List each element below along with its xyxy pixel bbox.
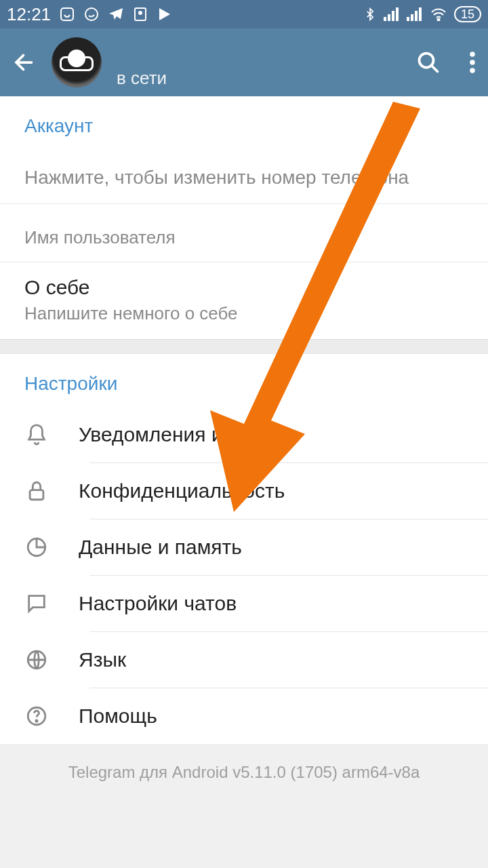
settings-section: Настройки Уведомления и звук Конфиденциа… — [0, 354, 488, 744]
more-icon[interactable] — [469, 50, 476, 75]
globe-icon — [24, 648, 49, 671]
help-icon — [24, 705, 49, 728]
phone-row[interactable]: Нажмите, чтобы изменить номер телефона — [0, 149, 488, 204]
phone-hint: Нажмите, чтобы изменить номер телефона — [24, 167, 464, 189]
android-status-bar: 12:21 15 — [0, 0, 488, 28]
avatar[interactable] — [52, 37, 102, 87]
svg-rect-17 — [30, 490, 43, 500]
settings-item-label: Помощь — [79, 705, 157, 728]
battery-indicator: 15 — [454, 6, 481, 22]
bell-icon — [24, 423, 49, 446]
settings-item-label: Настройки чатов — [79, 592, 237, 615]
chat-icon — [24, 592, 49, 615]
svg-rect-11 — [419, 7, 422, 21]
svg-rect-7 — [396, 7, 399, 21]
settings-item-language[interactable]: Язык — [0, 632, 488, 688]
maps-icon — [132, 6, 148, 22]
username-row[interactable]: Имя пользователя — [0, 204, 488, 255]
section-divider — [0, 339, 488, 354]
username-label: Имя пользователя — [24, 227, 464, 248]
settings-item-label: Уведомления и звук — [79, 423, 267, 446]
app-bar: в сети — [0, 28, 488, 96]
back-icon[interactable] — [12, 50, 37, 75]
settings-item-privacy[interactable]: Конфиденциальность — [0, 463, 488, 519]
signal-icon-2 — [407, 7, 423, 21]
play-store-icon — [157, 6, 173, 22]
notification-icon — [59, 6, 75, 22]
section-header-settings: Настройки — [0, 354, 488, 407]
svg-point-12 — [437, 19, 439, 21]
svg-rect-4 — [384, 17, 386, 21]
svg-point-3 — [139, 12, 142, 14]
settings-item-label: Язык — [79, 648, 126, 671]
svg-rect-10 — [415, 11, 418, 21]
svg-rect-6 — [392, 11, 394, 21]
settings-item-label: Конфиденциальность — [79, 479, 285, 502]
search-icon[interactable] — [416, 50, 441, 75]
online-status: в сети — [117, 68, 401, 89]
svg-point-14 — [470, 52, 475, 57]
settings-item-chats[interactable]: Настройки чатов — [0, 576, 488, 631]
lock-icon — [24, 479, 49, 502]
svg-rect-8 — [407, 17, 409, 21]
telegram-icon — [108, 6, 124, 22]
account-section: Аккаунт Нажмите, чтобы изменить номер те… — [0, 96, 488, 339]
signal-icon — [384, 7, 400, 21]
wifi-icon — [430, 7, 447, 21]
settings-item-label: Данные и память — [79, 536, 242, 559]
whatsapp-icon — [83, 6, 100, 22]
bio-hint: Напишите немного о себе — [24, 303, 464, 324]
version-footer: Telegram для Android v5.11.0 (1705) arm6… — [0, 744, 488, 789]
svg-rect-0 — [61, 8, 73, 20]
svg-point-16 — [470, 68, 475, 73]
svg-rect-9 — [411, 14, 413, 21]
bio-label: О себе — [24, 276, 464, 299]
svg-point-1 — [85, 8, 98, 20]
svg-point-15 — [470, 60, 475, 65]
settings-item-data[interactable]: Данные и память — [0, 519, 488, 575]
bio-row[interactable]: О себе Напишите немного о себе — [0, 262, 488, 339]
bluetooth-icon — [363, 6, 377, 22]
pie-icon — [24, 536, 49, 559]
svg-rect-5 — [388, 14, 390, 21]
settings-item-help[interactable]: Помощь — [0, 688, 488, 744]
clock: 12:21 — [7, 4, 51, 25]
settings-item-notifications[interactable]: Уведомления и звук — [0, 407, 488, 462]
svg-point-21 — [36, 720, 37, 722]
section-header-account: Аккаунт — [0, 96, 488, 149]
